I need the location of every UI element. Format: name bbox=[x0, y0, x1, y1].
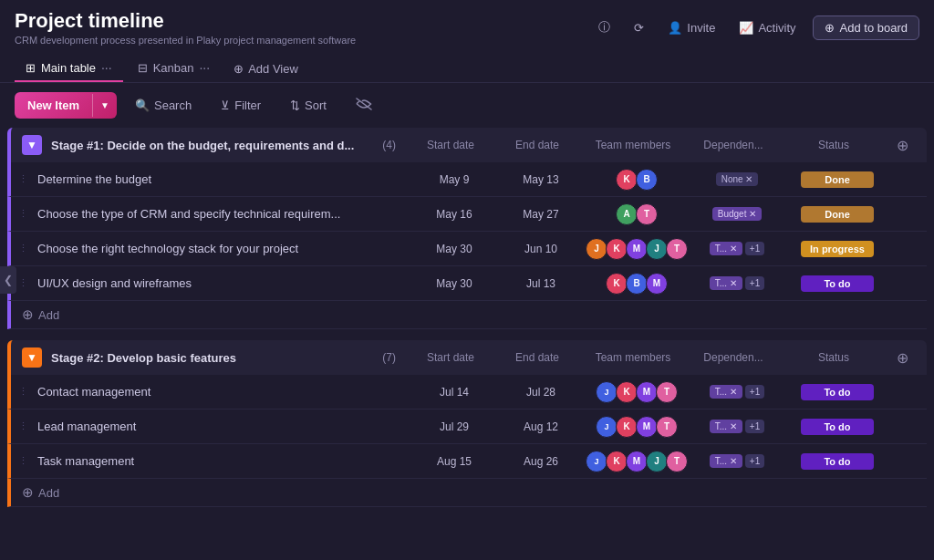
hide-button[interactable] bbox=[345, 92, 383, 119]
row-start-date[interactable]: Jul 14 bbox=[409, 386, 500, 399]
avatar[interactable]: M bbox=[626, 451, 648, 472]
left-collapse-button[interactable]: ❮ bbox=[0, 266, 16, 294]
row-status[interactable]: To do bbox=[783, 453, 892, 470]
row-start-date[interactable]: May 9 bbox=[409, 173, 500, 186]
dependency-tag[interactable]: T... ✕ bbox=[710, 242, 742, 255]
tab-kanban-menu[interactable]: ··· bbox=[199, 60, 210, 75]
row-task-name[interactable]: Task management bbox=[34, 454, 409, 468]
dependency-extra[interactable]: +1 bbox=[745, 276, 764, 290]
tab-kanban[interactable]: ⊟ Kanban ··· bbox=[127, 55, 222, 82]
avatar[interactable]: J bbox=[596, 416, 617, 438]
row-task-name[interactable]: UI/UX design and wireframes bbox=[34, 276, 409, 290]
filter-button[interactable]: ⊻ Filter bbox=[210, 93, 272, 118]
row-status[interactable]: To do bbox=[783, 419, 892, 435]
info-button[interactable]: ⓘ bbox=[591, 16, 617, 39]
avatar[interactable]: M bbox=[626, 238, 648, 260]
drag-handle[interactable]: ⋮ bbox=[18, 277, 28, 289]
row-status[interactable]: In progress bbox=[783, 241, 892, 257]
drag-handle[interactable]: ⋮ bbox=[18, 420, 28, 432]
row-task-name[interactable]: Choose the right technology stack for yo… bbox=[34, 242, 409, 255]
avatar[interactable]: J bbox=[586, 238, 607, 260]
avatar[interactable]: K bbox=[616, 169, 638, 191]
avatar[interactable]: T bbox=[656, 381, 678, 403]
stage-toggle-2[interactable]: ▼ bbox=[22, 347, 42, 368]
new-item-dropdown-arrow[interactable]: ▼ bbox=[92, 94, 117, 117]
row-task-name[interactable]: Lead management bbox=[34, 420, 409, 433]
drag-handle[interactable]: ⋮ bbox=[18, 208, 28, 220]
row-start-date[interactable]: May 30 bbox=[409, 243, 500, 255]
invite-button[interactable]: 👤 Invite bbox=[660, 17, 722, 38]
activity-button[interactable]: 📈 Activity bbox=[732, 17, 803, 38]
row-dependency[interactable]: T... ✕+1 bbox=[691, 420, 783, 433]
dependency-tag[interactable]: T... ✕ bbox=[710, 454, 742, 468]
avatar[interactable]: T bbox=[666, 451, 688, 472]
search-button[interactable]: 🔍 Search bbox=[124, 93, 202, 118]
row-dependency[interactable]: T... ✕+1 bbox=[691, 276, 783, 290]
drag-handle[interactable]: ⋮ bbox=[18, 455, 28, 467]
avatar[interactable]: J bbox=[596, 381, 617, 403]
avatar[interactable]: M bbox=[636, 416, 658, 438]
col-header-add[interactable]: ⊕ bbox=[888, 349, 916, 367]
avatar[interactable]: J bbox=[586, 451, 607, 472]
avatar[interactable]: B bbox=[626, 273, 648, 295]
dependency-tag[interactable]: Budget ✕ bbox=[712, 207, 762, 221]
link-button[interactable]: ⟳ bbox=[627, 17, 651, 38]
avatar[interactable]: K bbox=[606, 273, 628, 295]
row-task-name[interactable]: Determine the budget bbox=[34, 172, 409, 186]
row-end-date[interactable]: May 27 bbox=[500, 208, 582, 221]
row-status[interactable]: Done bbox=[783, 206, 892, 223]
status-badge[interactable]: To do bbox=[801, 384, 874, 400]
stage-toggle-1[interactable]: ▼ bbox=[22, 135, 42, 155]
tab-main-table[interactable]: ⊞ Main table ··· bbox=[15, 55, 123, 82]
drag-handle[interactable]: ⋮ bbox=[18, 173, 28, 185]
tab-main-table-menu[interactable]: ··· bbox=[101, 60, 112, 75]
row-task-name[interactable]: Contact management bbox=[34, 385, 409, 399]
avatar[interactable]: M bbox=[636, 381, 658, 403]
dependency-tag[interactable]: T... ✕ bbox=[710, 385, 742, 399]
row-start-date[interactable]: Aug 15 bbox=[409, 455, 500, 468]
row-dependency[interactable]: T... ✕+1 bbox=[691, 242, 783, 255]
avatar[interactable]: M bbox=[646, 273, 668, 295]
drag-handle[interactable]: ⋮ bbox=[18, 243, 28, 254]
avatar[interactable]: K bbox=[606, 238, 628, 260]
avatar[interactable]: A bbox=[616, 203, 638, 225]
row-end-date[interactable]: Jun 10 bbox=[500, 243, 582, 255]
row-start-date[interactable]: Jul 29 bbox=[409, 420, 500, 433]
dependency-extra[interactable]: +1 bbox=[745, 420, 764, 433]
status-badge[interactable]: To do bbox=[801, 453, 874, 470]
row-status[interactable]: To do bbox=[783, 275, 892, 292]
col-header-add[interactable]: ⊕ bbox=[888, 137, 916, 154]
dependency-extra[interactable]: +1 bbox=[745, 242, 764, 255]
status-badge[interactable]: Done bbox=[801, 206, 874, 223]
add-view-button[interactable]: ⊕ Add View bbox=[224, 57, 307, 81]
dependency-extra[interactable]: +1 bbox=[745, 454, 764, 468]
avatar[interactable]: J bbox=[646, 238, 668, 260]
status-badge[interactable]: To do bbox=[801, 419, 874, 435]
avatar[interactable]: K bbox=[606, 451, 628, 472]
avatar[interactable]: T bbox=[666, 238, 688, 260]
row-dependency[interactable]: None ✕ bbox=[691, 172, 783, 186]
dependency-extra[interactable]: +1 bbox=[745, 385, 764, 399]
row-task-name[interactable]: Choose the type of CRM and specify techn… bbox=[34, 207, 409, 221]
avatar[interactable]: K bbox=[616, 381, 638, 403]
row-dependency[interactable]: T... ✕+1 bbox=[691, 454, 783, 468]
add-row[interactable]: ⊕Add bbox=[7, 301, 927, 329]
row-end-date[interactable]: Jul 28 bbox=[500, 386, 582, 399]
sort-button[interactable]: ⇅ Sort bbox=[279, 93, 337, 118]
row-start-date[interactable]: May 16 bbox=[409, 208, 500, 221]
row-end-date[interactable]: Aug 26 bbox=[500, 455, 582, 468]
avatar[interactable]: T bbox=[656, 416, 678, 438]
row-dependency[interactable]: Budget ✕ bbox=[691, 207, 783, 221]
dependency-tag[interactable]: T... ✕ bbox=[710, 420, 742, 433]
drag-handle[interactable]: ⋮ bbox=[18, 386, 28, 398]
new-item-button[interactable]: New Item ▼ bbox=[15, 92, 117, 119]
avatar[interactable]: J bbox=[646, 451, 668, 472]
add-row[interactable]: ⊕Add bbox=[7, 479, 927, 507]
add-to-board-button[interactable]: ⊕ Add to board bbox=[813, 16, 919, 40]
row-dependency[interactable]: T... ✕+1 bbox=[691, 385, 783, 399]
avatar[interactable]: T bbox=[636, 203, 658, 225]
dependency-tag[interactable]: T... ✕ bbox=[710, 276, 742, 290]
row-end-date[interactable]: Jul 13 bbox=[500, 277, 582, 290]
status-badge[interactable]: To do bbox=[801, 275, 874, 292]
status-badge[interactable]: Done bbox=[801, 171, 874, 188]
